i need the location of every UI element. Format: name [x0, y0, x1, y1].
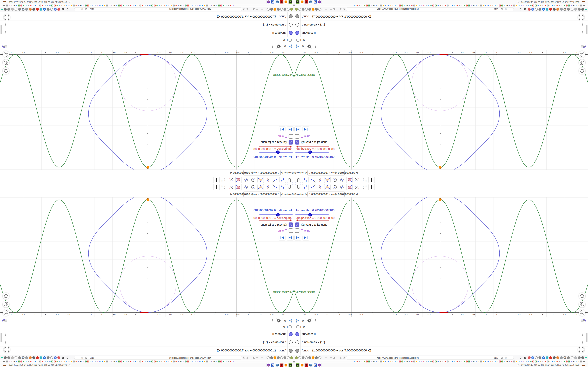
circle-tool[interactable]: [250, 177, 256, 183]
browser-tab[interactable]: ●: [25, 360, 27, 362]
browser-tab[interactable]: R: [466, 360, 467, 362]
browser-tab[interactable]: ●: [144, 360, 146, 362]
browser-tab[interactable]: G: [504, 360, 506, 362]
browser-tab[interactable]: i: [580, 360, 582, 362]
forward-button[interactable]: →: [70, 8, 73, 11]
trash-icon[interactable]: [553, 8, 556, 11]
browser-tab[interactable]: G: [463, 5, 465, 7]
browser-tab[interactable]: G: [109, 5, 110, 7]
browser-tab[interactable]: ●: [394, 360, 396, 362]
zoom-in-button[interactable]: [3, 301, 9, 308]
browser-tab[interactable]: G: [490, 5, 491, 7]
browser-tab[interactable]: G: [363, 360, 365, 362]
url-bar[interactable]: https://www.geogebra.org/classic/aagckh3…: [346, 7, 514, 11]
globe-icon[interactable]: [280, 8, 283, 11]
browser-tab[interactable]: ✓: [501, 360, 503, 362]
browser-tab[interactable]: ●: [128, 360, 130, 362]
gear-icon[interactable]: [538, 356, 541, 359]
browser-tab[interactable]: G: [23, 360, 25, 362]
style-bar-menu[interactable]: [315, 43, 316, 48]
browser-tab[interactable]: ●: [559, 5, 561, 7]
phone-icon[interactable]: [25, 8, 28, 11]
wrench-icon[interactable]: [308, 8, 311, 11]
forward-button[interactable]: →: [515, 356, 518, 359]
slider-tool[interactable]: a = 2: [361, 177, 367, 183]
browser-tab[interactable]: ●: [361, 5, 363, 7]
browser-tab[interactable]: G: [454, 5, 456, 7]
reader-mode-icon[interactable]: [501, 8, 503, 10]
lock-icon[interactable]: [242, 357, 245, 359]
gear-icon[interactable]: [47, 356, 50, 359]
curvature-function-dropdown[interactable]: 1.000000000000 + cos(4.000000000000 x): [243, 170, 281, 175]
browser-tab[interactable]: G: [470, 5, 472, 7]
browser-tab[interactable]: G: [49, 360, 51, 362]
zoom-in-button[interactable]: [3, 59, 9, 66]
page-action-dot[interactable]: [259, 9, 260, 10]
browser-tab[interactable]: ●: [575, 5, 577, 7]
tray-expander-icon[interactable]: [518, 364, 520, 367]
browser-tab[interactable]: ●: [128, 5, 130, 7]
visibility-marble[interactable]: [289, 332, 293, 336]
bookmark-star-icon[interactable]: ☆: [505, 8, 507, 11]
browser-tab[interactable]: i: [6, 360, 8, 362]
browser-tab[interactable]: G: [444, 5, 446, 7]
browser-tab[interactable]: R: [54, 360, 56, 362]
browser-tab[interactable]: ●: [461, 5, 463, 7]
browser-tab[interactable]: R: [432, 360, 434, 362]
browser-tab[interactable]: i: [139, 5, 141, 7]
browser-tab[interactable]: ■: [201, 5, 203, 7]
algebra-row-curves[interactable]: curves = {}: [0, 29, 294, 37]
forward-button[interactable]: →: [515, 8, 518, 11]
browser-tab[interactable]: ●: [92, 5, 94, 7]
browser-tab[interactable]: ●: [509, 5, 510, 7]
algebra-row-funcnames[interactable]: funcNames = {" "}: [294, 21, 588, 29]
browser-tab[interactable]: ●: [192, 360, 194, 362]
browser-tab[interactable]: ■: [135, 360, 137, 362]
browser-tab[interactable]: G: [354, 360, 356, 362]
record-icon[interactable]: [36, 8, 39, 11]
globe-grid-icon[interactable]: [571, 8, 573, 11]
visibility-marble[interactable]: [295, 332, 299, 336]
browser-tab[interactable]: G: [387, 360, 389, 362]
skip-to-end-button[interactable]: [303, 127, 309, 132]
browser-tab[interactable]: G: [456, 360, 458, 362]
browser-tab[interactable]: G: [571, 5, 572, 7]
move-pointer-tool[interactable]: [287, 177, 293, 183]
browser-tab[interactable]: G: [554, 5, 556, 7]
polygon-tool[interactable]: [257, 184, 264, 190]
home-view-button[interactable]: [579, 68, 585, 75]
fx-settings-button[interactable]: fx: [301, 44, 306, 49]
row-menu[interactable]: [5, 30, 6, 35]
url-bar[interactable]: https://www.geogebra.org/classic/aagckh3…: [346, 356, 514, 360]
browser-tab[interactable]: W: [147, 5, 148, 7]
reflect-tool[interactable]: [354, 177, 360, 183]
translate-icon[interactable]: A: [531, 8, 534, 11]
scrollbar[interactable]: [0, 25, 2, 34]
browser-tab[interactable]: G: [175, 360, 177, 362]
browser-tab[interactable]: ●: [494, 5, 496, 7]
mouse-icon[interactable]: [50, 8, 53, 11]
gauge-icon[interactable]: [284, 8, 286, 11]
browser-tab[interactable]: R: [366, 5, 368, 7]
browser-tab[interactable]: G: [232, 360, 234, 362]
browser-tab[interactable]: ●: [561, 5, 563, 7]
browser-tab[interactable]: ●: [158, 5, 160, 7]
shield-teal-icon[interactable]: [546, 8, 548, 11]
reader-mode-icon[interactable]: [501, 357, 503, 359]
browser-tab[interactable]: G: [371, 360, 372, 362]
browser-tab[interactable]: ■: [485, 5, 487, 7]
browser-tab[interactable]: G: [75, 360, 77, 362]
browser-tab[interactable]: G: [163, 360, 165, 362]
browser-tab[interactable]: i: [513, 5, 515, 7]
zoom-out-button[interactable]: [579, 309, 585, 316]
browser-tab[interactable]: ●: [44, 5, 46, 7]
browser-tab[interactable]: G: [487, 5, 489, 7]
browser-tab[interactable]: ■: [451, 5, 453, 7]
browser-tab[interactable]: ●: [559, 360, 561, 362]
page-action-dot[interactable]: [256, 357, 258, 358]
curvature-tangent-checkbox[interactable]: ✓: [289, 223, 293, 227]
browser-tab[interactable]: G: [511, 360, 513, 362]
browser-tab[interactable]: W: [180, 5, 182, 7]
browser-tab[interactable]: ●: [482, 5, 484, 7]
browser-tab[interactable]: R: [399, 5, 401, 7]
